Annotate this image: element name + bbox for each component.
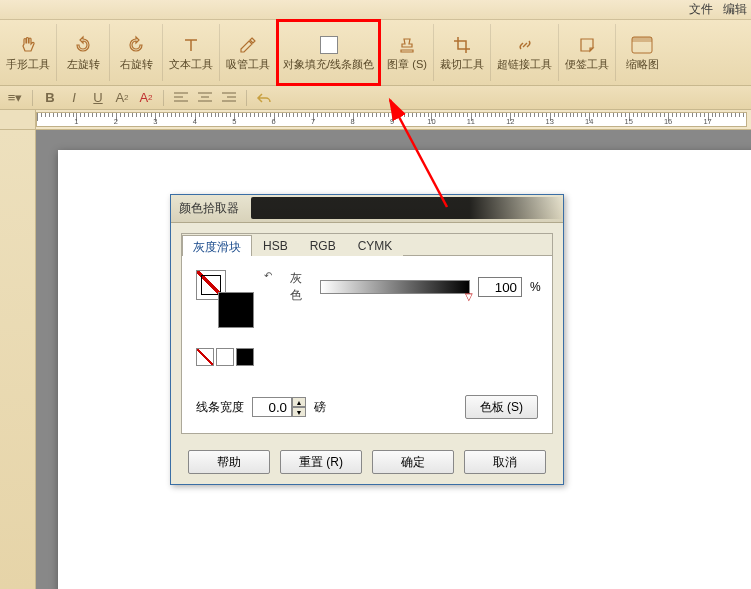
align-dropdown[interactable]: ≡▾ <box>6 89 24 107</box>
ribbon-toolbar: 手形工具 左旋转 右旋转 文本工具 吸管工具 对象填充/线条颜色 <box>0 20 751 86</box>
text-tool-label: 文本工具 <box>169 58 213 70</box>
ruler-corner <box>0 110 36 129</box>
tab-gray[interactable]: 灰度滑块 <box>182 235 252 256</box>
swap-icon[interactable]: ↶ <box>262 270 272 281</box>
current-color-swatches <box>196 270 254 328</box>
percent-label: % <box>530 280 541 294</box>
superscript-button[interactable]: A2 <box>113 89 131 107</box>
rotate-right-tool[interactable]: 右旋转 <box>110 20 162 85</box>
color-picker-dialog: 颜色拾取器 灰度滑块 HSB RGB CYMK ↶ <box>170 194 564 485</box>
sticky-icon <box>576 34 598 56</box>
ok-button[interactable]: 确定 <box>372 450 454 474</box>
preset-swatches <box>196 348 538 366</box>
hyperlink-label: 超链接工具 <box>497 58 552 70</box>
vertical-ruler-gutter <box>0 130 36 589</box>
linewidth-spinner[interactable]: ▲ ▼ <box>252 397 306 417</box>
fill-swatch-icon <box>318 34 340 56</box>
rotate-right-label: 右旋转 <box>120 58 153 70</box>
thumbnail-label: 缩略图 <box>626 58 659 70</box>
swatch-none[interactable] <box>196 348 214 366</box>
tab-hsb[interactable]: HSB <box>252 235 299 256</box>
stroke-swatch-black[interactable] <box>218 292 254 328</box>
italic-button[interactable]: I <box>65 89 83 107</box>
help-button[interactable]: 帮助 <box>188 450 270 474</box>
stamp-tool[interactable]: 图章 (S) <box>381 20 433 85</box>
color-tabs: 灰度滑块 HSB RGB CYMK ↶ 灰色 <box>181 233 553 434</box>
eyedropper-tool[interactable]: 吸管工具 <box>220 20 276 85</box>
gray-slider[interactable]: ▽ <box>320 280 470 294</box>
thumbnail-icon <box>631 34 653 56</box>
reset-button[interactable]: 重置 (R) <box>280 450 362 474</box>
bold-button[interactable]: B <box>41 89 59 107</box>
slider-handle-icon[interactable]: ▽ <box>465 291 473 302</box>
menubar: 文件 编辑 <box>0 0 751 20</box>
sticky-label: 便签工具 <box>565 58 609 70</box>
cancel-button[interactable]: 取消 <box>464 450 546 474</box>
text-icon <box>180 34 202 56</box>
align-right-button[interactable] <box>220 89 238 107</box>
gray-value-input[interactable] <box>478 277 522 297</box>
fill-stroke-tool[interactable]: 对象填充/线条颜色 <box>277 20 380 85</box>
hand-tool[interactable]: 手形工具 <box>0 20 56 85</box>
subscript-button[interactable]: A2 <box>137 89 155 107</box>
menu-edit[interactable]: 编辑 <box>723 1 747 18</box>
eyedropper-label: 吸管工具 <box>226 58 270 70</box>
align-left-button[interactable] <box>172 89 190 107</box>
rotate-left-label: 左旋转 <box>67 58 100 70</box>
crop-label: 裁切工具 <box>440 58 484 70</box>
tab-cmyk[interactable]: CYMK <box>347 235 404 256</box>
tab-rgb[interactable]: RGB <box>299 235 347 256</box>
undo-button[interactable] <box>255 89 273 107</box>
text-tool[interactable]: 文本工具 <box>163 20 219 85</box>
hyperlink-tool[interactable]: 超链接工具 <box>491 20 558 85</box>
rotate-left-tool[interactable]: 左旋转 <box>57 20 109 85</box>
dialog-titlebar[interactable]: 颜色拾取器 <box>171 195 563 223</box>
swatch-black[interactable] <box>236 348 254 366</box>
hand-icon <box>17 34 39 56</box>
dialog-title: 颜色拾取器 <box>179 200 239 217</box>
rotate-left-icon <box>72 34 94 56</box>
swatch-white[interactable] <box>216 348 234 366</box>
linewidth-unit: 磅 <box>314 399 326 416</box>
thumbnail-tool[interactable]: 缩略图 <box>616 20 668 85</box>
stamp-label: 图章 (S) <box>387 58 427 70</box>
link-icon <box>514 34 536 56</box>
sticky-tool[interactable]: 便签工具 <box>559 20 615 85</box>
spin-up[interactable]: ▲ <box>292 397 306 407</box>
format-bar: ≡▾ B I U A2 A2 <box>0 86 751 110</box>
svg-rect-1 <box>632 37 652 42</box>
linewidth-label: 线条宽度 <box>196 399 244 416</box>
underline-button[interactable]: U <box>89 89 107 107</box>
gray-label: 灰色 <box>290 270 312 304</box>
eyedropper-icon <box>237 34 259 56</box>
fill-stroke-label: 对象填充/线条颜色 <box>283 58 374 70</box>
hand-tool-label: 手形工具 <box>6 58 50 70</box>
linewidth-input[interactable] <box>252 397 292 417</box>
stamp-icon <box>396 34 418 56</box>
align-center-button[interactable] <box>196 89 214 107</box>
menu-file[interactable]: 文件 <box>689 1 713 18</box>
crop-icon <box>451 34 473 56</box>
rotate-right-icon <box>125 34 147 56</box>
ruler-area: 1234567891011121314151617 <box>0 110 751 130</box>
crop-tool[interactable]: 裁切工具 <box>434 20 490 85</box>
palette-button[interactable]: 色板 (S) <box>465 395 538 419</box>
horizontal-ruler[interactable]: 1234567891011121314151617 <box>36 112 747 127</box>
spin-down[interactable]: ▼ <box>292 407 306 417</box>
